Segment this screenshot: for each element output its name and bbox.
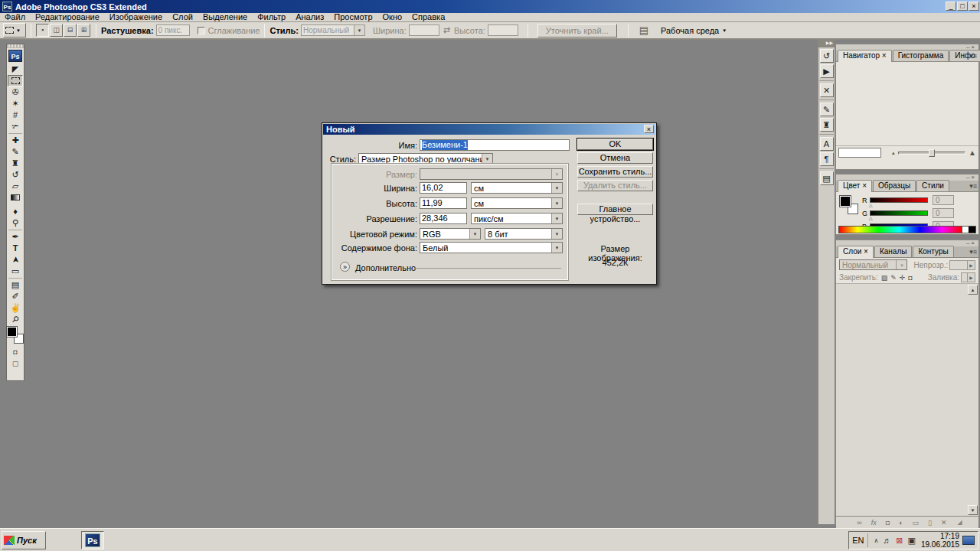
cancel-button[interactable]: Отмена: [577, 152, 653, 164]
new-layer-icon[interactable]: ▯: [928, 519, 932, 527]
ok-button[interactable]: OK: [577, 139, 653, 150]
move-tool[interactable]: ◤: [8, 64, 23, 75]
close-icon[interactable]: ×: [971, 174, 976, 181]
refine-edge-button[interactable]: Уточнить край...: [537, 24, 617, 37]
menu-analysis[interactable]: Анализ: [296, 13, 324, 21]
zoom-percent-input[interactable]: [838, 148, 881, 158]
device-central-button[interactable]: Главное устройство...: [577, 204, 653, 215]
volume-icon[interactable]: ♬: [883, 536, 891, 545]
network-icon[interactable]: ▣: [908, 536, 916, 546]
history-panel-icon[interactable]: ↺: [820, 49, 834, 63]
dialog-close-button[interactable]: ×: [644, 125, 654, 133]
close-button[interactable]: ×: [969, 2, 979, 11]
green-slider[interactable]: △: [870, 210, 928, 216]
foreground-color-swatch[interactable]: [840, 196, 851, 207]
gradient-tool[interactable]: [8, 194, 23, 206]
feather-input[interactable]: 0 пикс.: [156, 24, 190, 36]
save-preset-button[interactable]: Сохранить стиль...: [577, 166, 653, 178]
language-indicator[interactable]: EN: [852, 536, 864, 545]
paragraph-panel-icon[interactable]: ¶: [820, 152, 834, 166]
layers-list[interactable]: ▲ ▼: [836, 284, 978, 516]
preset-select[interactable]: Размер Photoshop по умолчанию ▼: [358, 153, 493, 165]
height-unit-select[interactable]: см ▼: [471, 197, 563, 209]
zoom-slider-thumb[interactable]: [929, 149, 935, 157]
brush-tool[interactable]: ✎: [8, 146, 23, 158]
minimize-button[interactable]: _: [946, 2, 956, 11]
lock-move-icon[interactable]: ✛: [900, 274, 906, 282]
eyedropper-tool[interactable]: ✐: [8, 291, 23, 302]
screen-mode-button[interactable]: ▢: [8, 358, 23, 370]
lock-paint-icon[interactable]: ✎: [890, 274, 897, 282]
layer-style-icon[interactable]: fx: [871, 519, 877, 527]
spectrum-black-swatch[interactable]: [969, 227, 975, 233]
foreground-color-swatch[interactable]: [7, 327, 17, 337]
tab-close-icon[interactable]: ×: [864, 247, 868, 256]
character-panel-icon[interactable]: A: [820, 137, 834, 151]
panel-menu-icon[interactable]: ▾≡: [969, 52, 977, 60]
clock[interactable]: 17:19 19.06.2015: [921, 532, 959, 549]
height-input[interactable]: 11,99: [420, 197, 467, 209]
notes-tool[interactable]: ▤: [8, 279, 23, 291]
history-brush-tool[interactable]: ↺: [8, 169, 23, 181]
red-slider-marker[interactable]: △: [869, 202, 873, 207]
name-input[interactable]: Безимени-1: [420, 139, 570, 151]
resize-grip-icon[interactable]: ◢: [958, 519, 962, 526]
eraser-tool[interactable]: ▱: [8, 181, 23, 192]
show-desktop-icon[interactable]: [962, 536, 975, 545]
spectrum-gradient[interactable]: [839, 227, 962, 233]
style-select[interactable]: Нормальный ▼: [301, 24, 365, 36]
adjustment-layer-icon[interactable]: ◐: [899, 519, 903, 527]
swap-dimensions-icon[interactable]: ⇄: [443, 25, 450, 35]
menu-help[interactable]: Справка: [412, 13, 445, 21]
color-spectrum-bar[interactable]: [838, 226, 976, 233]
bridge-icon[interactable]: ▤: [639, 24, 648, 36]
menu-filter[interactable]: Фильтр: [257, 13, 286, 21]
crop-tool[interactable]: #: [8, 109, 23, 121]
advanced-expander-icon[interactable]: »: [340, 262, 350, 272]
width-input[interactable]: 16,02: [420, 182, 467, 194]
workspace-label[interactable]: Рабочая среда: [661, 26, 719, 35]
healing-brush-tool[interactable]: ✚: [8, 135, 23, 146]
tab-styles[interactable]: Стили: [916, 180, 949, 191]
actions-panel-icon[interactable]: ▶: [820, 64, 834, 78]
green-value-input[interactable]: 0: [933, 208, 954, 218]
width-unit-select[interactable]: см ▼: [471, 182, 563, 194]
photoshop-task-button[interactable]: Ps: [81, 531, 104, 549]
tab-close-icon[interactable]: ×: [882, 51, 887, 60]
menu-file[interactable]: Файл: [5, 13, 25, 21]
dialog-titlebar[interactable]: Новый: [323, 124, 655, 135]
tab-layers[interactable]: Слои ×: [838, 246, 874, 258]
maximize-button[interactable]: □: [957, 2, 968, 11]
path-selection-tool[interactable]: ➤: [10, 253, 21, 268]
tab-color[interactable]: Цвет ×: [838, 180, 872, 192]
scroll-up-icon[interactable]: ▲: [968, 285, 978, 295]
window-titlebar[interactable]: Ps Adobe Photoshop CS3 Extended: [0, 0, 980, 13]
magic-wand-tool[interactable]: ✶: [8, 98, 23, 109]
zoom-in-icon[interactable]: ▲: [969, 148, 976, 157]
height-input[interactable]: [488, 24, 518, 36]
link-layers-icon[interactable]: ∞: [857, 519, 861, 527]
resolution-unit-select[interactable]: пикс/см ▼: [471, 213, 563, 224]
scroll-down-icon[interactable]: ▼: [968, 505, 978, 515]
color-panel-swatches[interactable]: [840, 196, 858, 214]
tab-paths[interactable]: Контуры: [913, 246, 953, 257]
tab-swatches[interactable]: Образцы: [873, 180, 916, 191]
lock-all-icon[interactable]: ◘: [908, 274, 912, 282]
bit-depth-select[interactable]: 8 бит ▼: [485, 228, 563, 240]
tab-navigator[interactable]: Навигатор ×: [838, 50, 892, 62]
offline-status-icon[interactable]: ⊠: [896, 536, 903, 546]
green-slider-marker[interactable]: △: [869, 215, 873, 220]
pen-tool[interactable]: ✒: [8, 231, 23, 243]
zoom-out-icon[interactable]: ▴: [892, 150, 895, 156]
layer-group-icon[interactable]: ▭: [913, 519, 920, 527]
red-value-input[interactable]: 0: [933, 195, 954, 205]
menu-image[interactable]: Изображение: [109, 13, 162, 21]
dodge-tool[interactable]: ⚲: [8, 217, 23, 229]
menu-select[interactable]: Выделение: [203, 13, 247, 21]
close-icon[interactable]: ×: [971, 240, 976, 246]
tool-presets-panel-icon[interactable]: ✕: [820, 83, 834, 97]
selection-mode-subtract-button[interactable]: ⊟: [64, 24, 77, 37]
brushes-panel-icon[interactable]: ✎: [820, 103, 834, 116]
panel-menu-icon[interactable]: ▾≡: [969, 248, 977, 256]
layer-comps-panel-icon[interactable]: ▤: [820, 171, 834, 185]
